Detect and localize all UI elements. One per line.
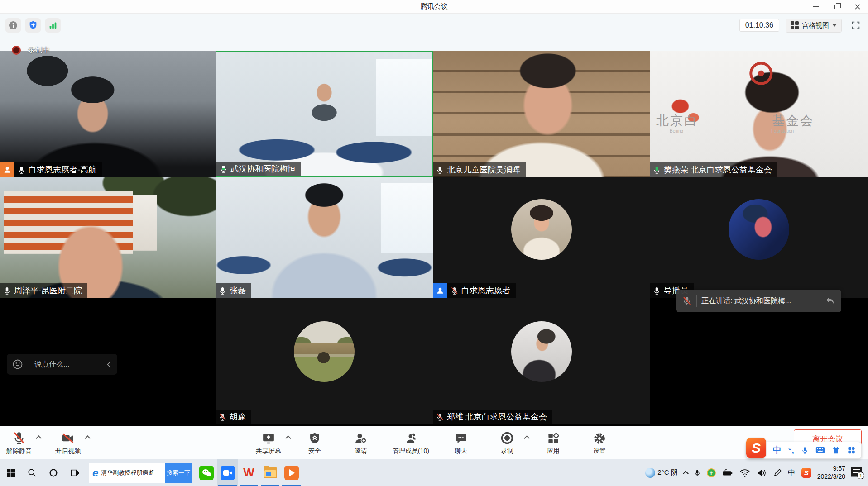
layout-view-button[interactable]: 宫格视图 <box>786 19 842 33</box>
chevron-down-icon <box>832 24 837 27</box>
network-quality-button[interactable] <box>45 18 61 33</box>
web-search-button[interactable]: 搜索一下 <box>165 463 192 483</box>
video-tile-meiheng[interactable]: 武汉协和医院梅恒 <box>216 51 433 177</box>
wifi-icon[interactable] <box>739 468 750 477</box>
pen-icon[interactable] <box>773 468 782 477</box>
meeting-timer: 01:10:36 <box>739 19 779 32</box>
video-tile-zhouzeping[interactable]: 周泽平-昆医附二院 <box>0 177 216 298</box>
audio-tile-zhengwei[interactable]: 郑维 北京白求恩公益基金会 <box>433 298 650 424</box>
ime-keyboard-icon[interactable] <box>815 446 825 454</box>
participant-name: 白求恩志愿者-高航 <box>29 164 96 175</box>
title-bar: 腾讯会议 <box>0 0 868 14</box>
signal-bars-icon <box>48 20 58 30</box>
clock-date: 2022/3/20 <box>817 473 845 481</box>
shield-plus-icon <box>28 20 38 30</box>
manage-members-button[interactable]: 管理成员(10) <box>393 429 429 455</box>
minimize-icon <box>813 6 819 7</box>
audio-tile-director[interactable]: 导播员 <box>650 177 868 298</box>
share-screen-icon <box>261 432 276 445</box>
settings-button[interactable]: 设置 <box>585 429 614 455</box>
apps-grid-icon <box>547 432 560 445</box>
participant-name: 张磊 <box>230 285 246 296</box>
record-button[interactable]: 录制 <box>493 429 522 455</box>
participant-name: 北京儿童医院吴润晖 <box>447 164 520 175</box>
share-options-caret[interactable] <box>285 435 291 441</box>
collapse-chevron-icon[interactable] <box>107 362 113 367</box>
security-button[interactable]: 安全 <box>300 429 329 455</box>
avatar <box>729 199 789 260</box>
share-screen-button[interactable]: 共享屏幕 <box>254 429 283 455</box>
record-options-caret[interactable] <box>524 435 530 441</box>
mic-icon <box>3 286 11 295</box>
taskbar-wechat-button[interactable] <box>196 459 217 486</box>
mic-muted-icon <box>218 413 227 421</box>
video-tile-fanyanrong[interactable]: 北京白 基金会 Beijing Foundation 樊燕荣 北京白求恩公益基金… <box>650 51 868 177</box>
video-tile-gaohang[interactable]: 白求恩志愿者-高航 <box>0 51 216 177</box>
ime-punctuation-toggle[interactable]: °, <box>788 445 794 455</box>
recording-indicator[interactable]: 录制中 <box>12 45 50 55</box>
task-view-button[interactable] <box>64 459 85 486</box>
taskbar-wps-button[interactable]: W <box>238 459 259 486</box>
action-center-button[interactable]: 1 <box>851 467 863 478</box>
mic-muted-icon <box>450 286 459 295</box>
hidden-icons-chevron[interactable] <box>683 471 689 476</box>
tray-mic-icon[interactable] <box>694 468 701 478</box>
ime-indicator[interactable]: 中 <box>788 467 796 478</box>
emoji-icon[interactable] <box>12 359 23 370</box>
taskbar-video-app-button[interactable] <box>281 459 302 486</box>
sogou-input-toolbar: S 中 °, <box>746 442 862 459</box>
video-tile-zhanglei[interactable]: 张磊 <box>216 177 433 298</box>
weather-text: 2°C 阴 <box>657 468 677 477</box>
restore-button[interactable] <box>826 0 847 14</box>
taskbar-search-button[interactable] <box>21 459 43 486</box>
taskbar-meeting-button[interactable] <box>217 459 238 486</box>
weather-icon <box>645 468 655 478</box>
mic-icon <box>218 286 227 295</box>
video-tile-wurunhui[interactable]: 北京儿童医院吴润晖 <box>433 51 650 177</box>
audio-tile-huyu[interactable]: 胡豫 <box>216 298 433 424</box>
chat-input-placeholder[interactable]: 说点什么... <box>34 360 96 369</box>
ime-voice-icon[interactable] <box>801 446 809 455</box>
meeting-info-button[interactable] <box>5 18 21 33</box>
taskbar-web-search-box[interactable]: e 清华副教授程朋病逝 搜索一下 <box>89 463 192 483</box>
chat-bubble-icon <box>454 432 468 445</box>
power-battery-icon[interactable] <box>722 468 734 477</box>
mic-muted-icon <box>436 413 444 421</box>
avatar <box>511 321 572 382</box>
chat-quick-bar[interactable]: 说点什么... <box>7 354 117 375</box>
taskbar-clock[interactable]: 9:57 2022/3/20 <box>817 465 845 481</box>
restore-icon <box>834 5 839 9</box>
system-tray: 2°C 阴 + <box>645 459 868 486</box>
mic-muted-icon <box>682 296 692 306</box>
participant-name: 周泽平-昆医附二院 <box>14 285 82 296</box>
sogou-logo-icon[interactable]: S <box>746 438 766 458</box>
sogou-tray-icon[interactable]: S <box>801 468 811 478</box>
close-button[interactable] <box>847 0 868 14</box>
security-shield-button[interactable] <box>25 18 41 33</box>
volume-icon[interactable] <box>756 468 767 477</box>
antivirus-icon[interactable]: + <box>707 468 716 477</box>
taskbar-file-explorer-button[interactable] <box>259 459 281 486</box>
participant-label: 武汉协和医院梅恒 <box>216 162 301 176</box>
mic-icon <box>17 166 26 174</box>
web-search-query[interactable]: 清华副教授程朋病逝 <box>98 469 165 477</box>
ime-language-toggle[interactable]: 中 <box>773 444 782 456</box>
active-speaker-toast: 正在讲话: 武汉协和医院梅... <box>676 290 841 312</box>
active-speaker-text: 正在讲话: 武汉协和医院梅... <box>701 296 815 306</box>
weather-widget[interactable]: 2°C 阴 <box>645 468 677 478</box>
apps-button[interactable]: 应用 <box>539 429 568 455</box>
minimize-button[interactable] <box>806 0 826 14</box>
windows-logo-icon <box>6 468 15 477</box>
recording-dot-icon <box>12 46 21 55</box>
reply-arrow-icon[interactable] <box>825 296 836 305</box>
invite-button[interactable]: 邀请 <box>346 429 375 455</box>
participant-label: 白求恩志愿者-高航 <box>0 162 102 177</box>
fullscreen-button[interactable] <box>848 18 863 33</box>
participant-label: 张磊 <box>216 283 251 298</box>
ime-toolbox-icon[interactable] <box>847 446 856 455</box>
ime-skin-icon[interactable] <box>832 446 840 455</box>
cortana-button[interactable] <box>43 459 64 486</box>
chat-button[interactable]: 聊天 <box>446 429 475 455</box>
start-button[interactable] <box>0 459 21 486</box>
audio-tile-volunteer[interactable]: 白求恩志愿者 <box>433 177 650 298</box>
